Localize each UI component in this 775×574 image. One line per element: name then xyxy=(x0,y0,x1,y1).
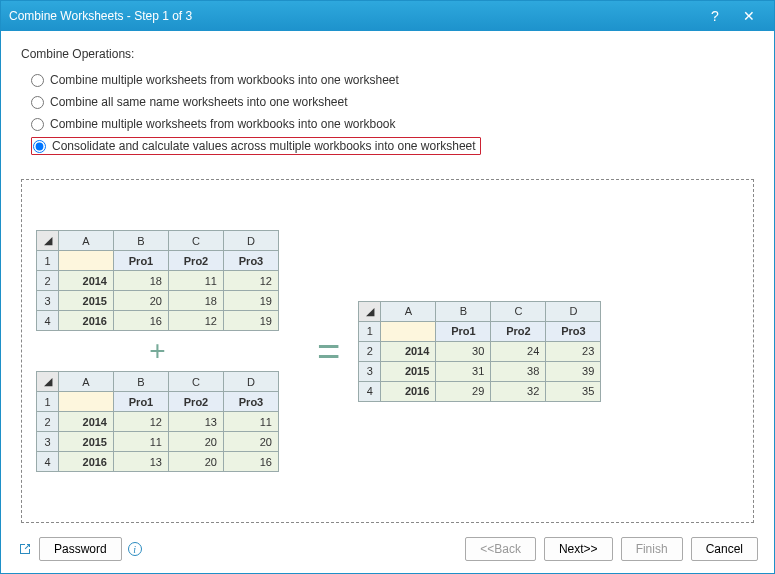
corner-cell: ◢ xyxy=(37,372,59,392)
password-button[interactable]: Password xyxy=(39,537,122,561)
cell: 2015 xyxy=(59,432,114,452)
source-tables-stack: ◢ A B C D 1 Pro1 Pro2 Pro3 2 2014 18 xyxy=(36,230,279,472)
col-header: B xyxy=(114,372,169,392)
cell: 39 xyxy=(546,361,601,381)
cell: Pro3 xyxy=(224,392,279,412)
option-consolidate-wrapper: Consolidate and calculate values across … xyxy=(31,135,754,157)
col-header: B xyxy=(114,231,169,251)
col-header: C xyxy=(169,372,224,392)
cell: 2014 xyxy=(59,412,114,432)
result-table: ◢ A B C D 1 Pro1 Pro2 Pro3 2 2014 30 24 xyxy=(358,301,601,402)
row-header: 4 xyxy=(37,311,59,331)
cell: 20 xyxy=(169,452,224,472)
cell: 18 xyxy=(114,271,169,291)
cell: 12 xyxy=(224,271,279,291)
cell: Pro3 xyxy=(546,321,601,341)
cell: 19 xyxy=(224,291,279,311)
col-header: D xyxy=(546,301,601,321)
cell: 38 xyxy=(491,361,546,381)
radio-input[interactable] xyxy=(31,118,44,131)
col-header: A xyxy=(381,301,436,321)
option-combine-same-name[interactable]: Combine all same name worksheets into on… xyxy=(31,91,754,113)
option-combine-into-one-workbook[interactable]: Combine multiple worksheets from workboo… xyxy=(31,113,754,135)
radio-input[interactable] xyxy=(31,96,44,109)
col-header: A xyxy=(59,231,114,251)
row-header: 4 xyxy=(359,381,381,401)
option-consolidate-calculate[interactable]: Consolidate and calculate values across … xyxy=(33,139,476,153)
row-header: 2 xyxy=(37,271,59,291)
footer-bar: Password i <<Back Next>> Finish Cancel xyxy=(1,533,774,573)
nav-buttons: <<Back Next>> Finish Cancel xyxy=(465,537,758,561)
radio-label: Consolidate and calculate values across … xyxy=(52,139,476,153)
plus-icon: + xyxy=(149,337,165,365)
cell: 16 xyxy=(114,311,169,331)
next-button[interactable]: Next>> xyxy=(544,537,613,561)
radio-label: Combine multiple worksheets from workboo… xyxy=(50,117,396,131)
cell: 23 xyxy=(546,341,601,361)
radio-group: Combine multiple worksheets from workboo… xyxy=(21,69,754,157)
window-title: Combine Worksheets - Step 1 of 3 xyxy=(9,9,698,23)
col-header: D xyxy=(224,372,279,392)
finish-button[interactable]: Finish xyxy=(621,537,683,561)
option-combine-into-one-worksheet[interactable]: Combine multiple worksheets from workboo… xyxy=(31,69,754,91)
cell: Pro1 xyxy=(114,251,169,271)
cell: 24 xyxy=(491,341,546,361)
cell: 20 xyxy=(169,432,224,452)
preview-panel: ◢ A B C D 1 Pro1 Pro2 Pro3 2 2014 18 xyxy=(21,179,754,523)
cell: 11 xyxy=(114,432,169,452)
equals-wrapper: = xyxy=(317,331,340,371)
row-header: 3 xyxy=(37,432,59,452)
cell: Pro2 xyxy=(169,251,224,271)
cell: 35 xyxy=(546,381,601,401)
close-button[interactable]: ✕ xyxy=(732,1,766,31)
cell: Pro2 xyxy=(169,392,224,412)
titlebar: Combine Worksheets - Step 1 of 3 ? ✕ xyxy=(1,1,774,31)
cell: 29 xyxy=(436,381,491,401)
cell: 16 xyxy=(224,452,279,472)
cell: 12 xyxy=(114,412,169,432)
cell: 12 xyxy=(169,311,224,331)
cell: Pro1 xyxy=(114,392,169,412)
dialog-window: Combine Worksheets - Step 1 of 3 ? ✕ Com… xyxy=(0,0,775,574)
row-header: 3 xyxy=(37,291,59,311)
corner-cell: ◢ xyxy=(359,301,381,321)
cell: 30 xyxy=(436,341,491,361)
cancel-button[interactable]: Cancel xyxy=(691,537,758,561)
radio-input[interactable] xyxy=(31,74,44,87)
selected-highlight: Consolidate and calculate values across … xyxy=(31,137,481,155)
cell: Pro1 xyxy=(436,321,491,341)
combine-operations-group: Combine Operations: Combine multiple wor… xyxy=(21,47,754,157)
row-header: 1 xyxy=(37,392,59,412)
col-header: B xyxy=(436,301,491,321)
col-header: D xyxy=(224,231,279,251)
cell: 18 xyxy=(169,291,224,311)
cell: Pro3 xyxy=(224,251,279,271)
row-header: 4 xyxy=(37,452,59,472)
cell: 13 xyxy=(169,412,224,432)
back-button[interactable]: <<Back xyxy=(465,537,536,561)
help-button[interactable]: ? xyxy=(698,1,732,31)
radio-label: Combine multiple worksheets from workboo… xyxy=(50,73,399,87)
row-header: 1 xyxy=(359,321,381,341)
cell: Pro2 xyxy=(491,321,546,341)
radio-label: Combine all same name worksheets into on… xyxy=(50,95,347,109)
radio-input[interactable] xyxy=(33,140,46,153)
cell: 20 xyxy=(224,432,279,452)
info-icon[interactable]: i xyxy=(128,542,142,556)
cell: 11 xyxy=(169,271,224,291)
equals-icon: = xyxy=(317,331,340,371)
external-link-icon[interactable] xyxy=(17,541,33,557)
cell: 13 xyxy=(114,452,169,472)
source-table-1: ◢ A B C D 1 Pro1 Pro2 Pro3 2 2014 18 xyxy=(36,230,279,331)
cell: 2016 xyxy=(59,311,114,331)
source-table-2: ◢ A B C D 1 Pro1 Pro2 Pro3 2 2014 12 xyxy=(36,371,279,472)
cell: 2014 xyxy=(381,341,436,361)
row-header: 2 xyxy=(37,412,59,432)
cell: 19 xyxy=(224,311,279,331)
cell: 2016 xyxy=(381,381,436,401)
cell xyxy=(381,321,436,341)
col-header: C xyxy=(169,231,224,251)
cell: 2014 xyxy=(59,271,114,291)
corner-cell: ◢ xyxy=(37,231,59,251)
cell xyxy=(59,392,114,412)
